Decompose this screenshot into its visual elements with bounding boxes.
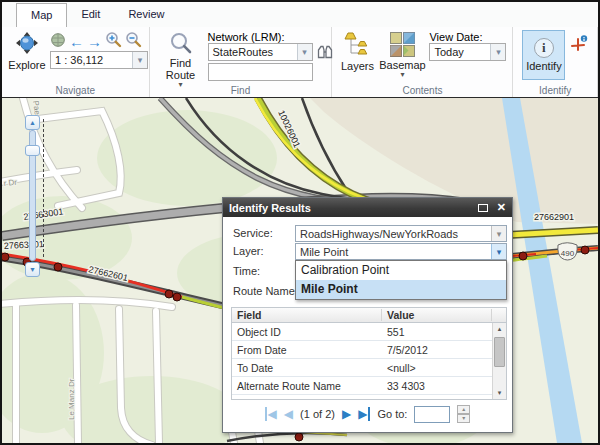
network-lrm-combobox[interactable]: StateRoutes ▾ bbox=[208, 43, 313, 61]
goto-label: Go to: bbox=[377, 408, 407, 420]
layers-button[interactable]: Layers bbox=[336, 32, 378, 72]
table-row[interactable]: Object ID 551 bbox=[232, 323, 506, 341]
scrollbar-thumb[interactable] bbox=[494, 337, 505, 367]
layer-value: Mile Point bbox=[296, 246, 491, 258]
chevron-down-icon[interactable]: ▾ bbox=[491, 244, 506, 259]
scroll-down-icon[interactable]: ▾ bbox=[493, 387, 506, 399]
zoom-in-icon[interactable] bbox=[105, 31, 122, 52]
explore-label: Explore bbox=[8, 59, 45, 71]
service-combobox[interactable]: RoadsHighways/NewYorkRoads ▾ bbox=[295, 225, 507, 242]
basemap-icon bbox=[390, 32, 415, 59]
result-pager: ◀ ◀ (1 of 2) ▶ ▶ Go to: ▴ ▾ bbox=[223, 405, 512, 423]
attribute-table: Field Value Object ID 551 From Date 7/5/… bbox=[231, 307, 507, 400]
layers-label: Layers bbox=[341, 60, 374, 72]
ribbon-tab-bar: Map Edit Review bbox=[2, 2, 598, 27]
spinner-up-icon[interactable]: ▴ bbox=[457, 405, 470, 414]
goto-page-input[interactable] bbox=[414, 406, 450, 423]
route-shield-490: 490 bbox=[558, 243, 577, 260]
network-lrm-value: StateRoutes bbox=[209, 46, 297, 58]
ribbon: Explore ← → 1 : 36,112 ▾ Navigate bbox=[2, 27, 598, 97]
group-label-navigate: Navigate bbox=[2, 85, 149, 96]
layer-dropdown-list: Calibration Point Mile Point bbox=[295, 260, 507, 300]
previous-page-button[interactable]: ◀ bbox=[284, 407, 293, 421]
tab-review[interactable]: Review bbox=[114, 3, 178, 27]
zoom-slider-handle[interactable] bbox=[25, 145, 40, 156]
find-route-label-line1: Find bbox=[170, 57, 191, 69]
chevron-down-icon[interactable]: ▾ bbox=[491, 226, 506, 241]
spinner-down-icon[interactable]: ▾ bbox=[457, 414, 470, 423]
full-extent-globe-icon[interactable] bbox=[50, 32, 66, 52]
scroll-up-icon[interactable]: ▴ bbox=[493, 323, 506, 335]
group-navigate: Explore ← → 1 : 36,112 ▾ Navigate bbox=[2, 27, 150, 97]
tab-edit[interactable]: Edit bbox=[67, 3, 114, 27]
dropdown-option-mile-point[interactable]: Mile Point bbox=[296, 280, 506, 299]
group-identify: i Identify Identify bbox=[513, 27, 598, 97]
scale-combobox[interactable]: 1 : 36,112 ▾ bbox=[50, 51, 148, 69]
identify-info-icon: i bbox=[534, 38, 554, 58]
dialog-title: Identify Results bbox=[229, 202, 311, 214]
group-label-contents: Contents bbox=[332, 85, 512, 96]
first-page-button[interactable]: ◀ bbox=[265, 407, 277, 421]
next-page-button[interactable]: ▶ bbox=[342, 407, 351, 421]
explore-button[interactable]: Explore bbox=[6, 31, 48, 71]
time-label: Time: bbox=[233, 265, 260, 277]
explore-icon bbox=[15, 31, 39, 59]
identify-route-locations-icon[interactable] bbox=[570, 34, 588, 56]
network-lrm-label: Network (LRM): bbox=[208, 31, 285, 43]
street-label: r Dr bbox=[3, 178, 18, 188]
chevron-down-icon[interactable]: ▾ bbox=[132, 52, 147, 68]
view-date-value: Today bbox=[430, 46, 490, 58]
dialog-body: Service: RoadsHighways/NewYorkRoads ▾ La… bbox=[223, 217, 512, 432]
map-zoom-slider: ▲ ▼ bbox=[25, 115, 47, 277]
column-header-field[interactable]: Field bbox=[232, 309, 382, 321]
search-binoculars-icon[interactable] bbox=[317, 44, 333, 64]
view-date-label: View Date: bbox=[429, 31, 482, 43]
table-row[interactable]: To Date <null> bbox=[232, 359, 506, 377]
find-route-button[interactable]: Find Route ▾ bbox=[160, 31, 202, 88]
svg-text:490: 490 bbox=[561, 249, 575, 258]
group-label-find: Find bbox=[150, 85, 332, 96]
group-find: Find Route ▾ Network (LRM): StateRoutes … bbox=[150, 27, 333, 97]
zoom-slider-up-button[interactable]: ▲ bbox=[25, 115, 40, 130]
goto-spinner: ▴ ▾ bbox=[457, 405, 470, 423]
table-scrollbar[interactable]: ▴ ▾ bbox=[492, 323, 506, 399]
dialog-title-bar[interactable]: Identify Results ✕ bbox=[223, 198, 512, 217]
tab-map[interactable]: Map bbox=[16, 3, 67, 27]
table-row[interactable]: Alternate Route Name 33 4303 bbox=[232, 377, 506, 395]
find-route-magnifier-icon bbox=[169, 31, 193, 57]
identify-results-dialog: Identify Results ✕ Service: RoadsHighway… bbox=[222, 197, 513, 433]
maximize-icon[interactable] bbox=[478, 204, 488, 212]
group-label-identify: Identify bbox=[513, 85, 597, 96]
identify-label: Identify bbox=[526, 60, 561, 72]
scale-value: 1 : 36,112 bbox=[51, 54, 132, 66]
chevron-down-icon: ▾ bbox=[400, 71, 404, 78]
chevron-down-icon[interactable]: ▾ bbox=[490, 44, 505, 60]
route-input[interactable] bbox=[208, 63, 313, 81]
table-header: Field Value bbox=[232, 308, 506, 323]
basemap-button[interactable]: Basemap ▾ bbox=[380, 32, 424, 78]
layer-label: Layer: bbox=[233, 245, 264, 257]
layers-icon bbox=[344, 32, 370, 60]
view-date-combobox[interactable]: Today ▾ bbox=[429, 43, 506, 61]
previous-extent-icon[interactable]: ← bbox=[69, 34, 84, 50]
chevron-down-icon[interactable]: ▾ bbox=[297, 44, 312, 60]
zoom-out-icon[interactable] bbox=[125, 31, 142, 52]
close-icon[interactable]: ✕ bbox=[497, 201, 506, 214]
next-extent-icon[interactable]: → bbox=[87, 34, 102, 50]
layer-combobox[interactable]: Mile Point ▾ bbox=[295, 243, 507, 260]
route-name-label: Route Name: bbox=[233, 285, 298, 297]
group-contents: Layers Basemap ▾ View Date bbox=[332, 27, 513, 97]
table-row[interactable]: From Date 7/5/2012 bbox=[232, 341, 506, 359]
zoom-slider-ticks bbox=[43, 119, 44, 257]
last-page-button[interactable]: ▶ bbox=[358, 407, 370, 421]
zoom-slider-down-button[interactable]: ▼ bbox=[25, 262, 40, 277]
column-header-value[interactable]: Value bbox=[382, 309, 492, 321]
dropdown-option-calibration-point[interactable]: Calibration Point bbox=[296, 261, 506, 280]
identify-button[interactable]: i Identify bbox=[522, 30, 565, 80]
application-window: Map Edit Review Explore ← bbox=[0, 0, 600, 445]
street-label: Le Manz Dr bbox=[67, 378, 76, 420]
page-indicator: (1 of 2) bbox=[300, 408, 335, 420]
service-value: RoadsHighways/NewYorkRoads bbox=[296, 228, 491, 240]
route-label: 27662901 bbox=[534, 212, 574, 222]
service-label: Service: bbox=[233, 227, 273, 239]
